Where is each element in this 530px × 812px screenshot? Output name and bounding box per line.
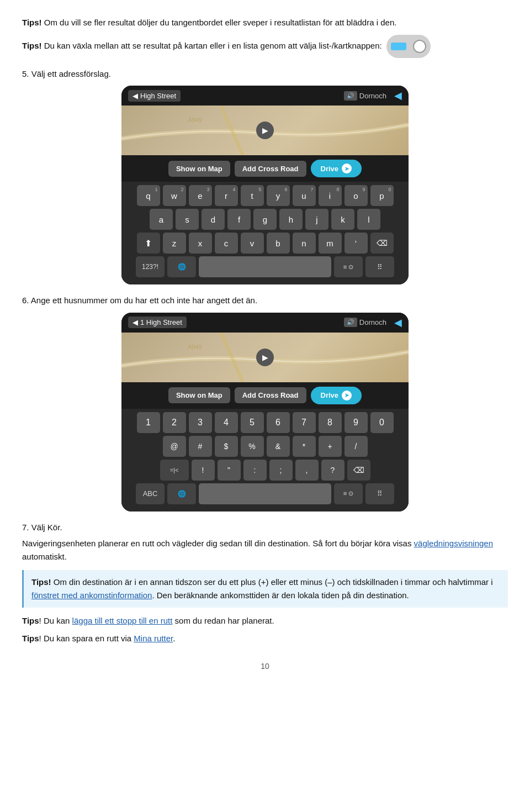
tip1-block: Tips! Om du vill se fler resultat döljer… [22, 17, 508, 29]
key-hash[interactable]: # [189, 436, 212, 457]
key-at[interactable]: @ [163, 436, 186, 457]
section6-text: Ange ett husnummer om du har ett och int… [31, 296, 257, 305]
key-e[interactable]: e3 [189, 185, 212, 206]
key-globe2[interactable]: 🌐 [167, 483, 196, 504]
dest-name2: Dornoch [359, 318, 386, 326]
drive-button1[interactable]: Drive ➤ [311, 160, 362, 177]
key-q[interactable]: q1 [137, 185, 160, 206]
key-m[interactable]: m [319, 233, 342, 254]
key-6[interactable]: 6 [267, 412, 290, 433]
add-cross-road-button2[interactable]: Add Cross Road [235, 387, 306, 403]
key-b[interactable]: b [267, 233, 290, 254]
section6-number: 6. [22, 296, 29, 305]
my-routes-link[interactable]: Mina rutter [134, 634, 173, 643]
add-stop-link[interactable]: lägga till ett stopp till en rutt [72, 616, 173, 625]
key-d[interactable]: d [202, 209, 225, 230]
key-s[interactable]: s [176, 209, 199, 230]
wayfinding-link[interactable]: vägledningsvisningen [414, 539, 493, 548]
key-5[interactable]: 5 [241, 412, 264, 433]
key-3[interactable]: 3 [189, 412, 212, 433]
key-quote[interactable]: " [218, 460, 241, 481]
key-colon[interactable]: : [243, 460, 267, 481]
key-grid[interactable]: ⠿ [365, 256, 394, 277]
tip3-bold: Tips! [31, 577, 51, 587]
key-a[interactable]: a [150, 209, 173, 230]
key-o[interactable]: o9 [344, 185, 368, 206]
key-v[interactable]: v [241, 233, 264, 254]
tip4-bold: Tips [22, 616, 39, 625]
dest-name: Dornoch [359, 92, 386, 100]
key-w[interactable]: w2 [163, 185, 186, 206]
play-button[interactable]: ▶ [256, 122, 274, 139]
key-slash[interactable]: / [344, 436, 368, 457]
key-amp[interactable]: & [267, 436, 290, 457]
key-t[interactable]: t5 [241, 185, 264, 206]
space-key2[interactable] [199, 483, 331, 504]
key-u[interactable]: u7 [293, 185, 316, 206]
key-star[interactable]: * [293, 436, 316, 457]
key-grid2[interactable]: ⠿ [365, 483, 394, 504]
key-0[interactable]: 0 [370, 412, 394, 433]
gps-icon: ◀ [394, 89, 402, 102]
key-j[interactable]: j [305, 209, 328, 230]
key-plus[interactable]: + [319, 436, 342, 457]
key-i[interactable]: i8 [319, 185, 342, 206]
delete-key2[interactable]: ⌫ [347, 460, 370, 481]
dest-icon: 🔊 [344, 91, 357, 101]
tip5-block: Tips! Du kan spara en rutt via Mina rutt… [22, 632, 508, 645]
key-percent[interactable]: % [241, 436, 264, 457]
key-4[interactable]: 4 [215, 412, 238, 433]
key-1[interactable]: 1 [137, 412, 160, 433]
arrival-window-link[interactable]: fönstret med ankomstinformation [31, 590, 152, 600]
drive-button2[interactable]: Drive ➤ [311, 387, 362, 404]
svg-text:A949: A949 [188, 344, 202, 350]
key-excl[interactable]: ! [192, 460, 215, 481]
key-8[interactable]: 8 [319, 412, 342, 433]
key-list-toggle[interactable]: ≡ ⊙ [334, 256, 363, 277]
num-keyboard-row3: =|< ! " : ; , ? ⌫ [125, 460, 405, 481]
key-semi[interactable]: ; [269, 460, 293, 481]
key-l[interactable]: l [357, 209, 380, 230]
key-g[interactable]: g [253, 209, 277, 230]
key-h[interactable]: h [279, 209, 303, 230]
space-key[interactable] [199, 256, 331, 277]
tip3-text2: . Den beräknande ankomsttiden är den lok… [152, 590, 409, 600]
key-abc[interactable]: ABC [136, 483, 165, 504]
key-x[interactable]: x [189, 233, 212, 254]
key-dollar[interactable]: $ [215, 436, 238, 457]
section7-label: 7. Välj Kör. [22, 521, 508, 534]
key-7[interactable]: 7 [293, 412, 316, 433]
key-z[interactable]: z [163, 233, 186, 254]
key-list-toggle2[interactable]: ≡ ⊙ [334, 483, 363, 504]
play-button2[interactable]: ▶ [256, 349, 274, 366]
delete-key[interactable]: ⌫ [370, 233, 394, 254]
key-globe[interactable]: 🌐 [167, 256, 196, 277]
screenshot1-actionbar: Show on Map Add Cross Road Drive ➤ [121, 155, 409, 182]
key-123[interactable]: 123?! [136, 256, 165, 277]
key-r[interactable]: r4 [215, 185, 238, 206]
key-eqlt[interactable]: =|< [160, 460, 189, 481]
key-c[interactable]: c [215, 233, 238, 254]
key-y[interactable]: y6 [267, 185, 290, 206]
key-k[interactable]: k [331, 209, 354, 230]
add-cross-road-button1[interactable]: Add Cross Road [235, 161, 306, 177]
tip1-bold: Tips! [22, 18, 42, 27]
key-2[interactable]: 2 [163, 412, 186, 433]
tip5-text: ! Du kan spara en rutt via [39, 634, 134, 643]
screenshot2-keyboard: 1 2 3 4 5 6 7 8 9 0 @ # $ % & * + / =|< … [121, 409, 409, 512]
key-n[interactable]: n [293, 233, 316, 254]
key-question[interactable]: ? [321, 460, 344, 481]
svg-text:A949: A949 [188, 117, 202, 123]
tip3-text: Om din destination är i en annan tidszon… [51, 577, 493, 587]
key-p[interactable]: p0 [370, 185, 394, 206]
key-f[interactable]: f [227, 209, 251, 230]
tip4-text2: som du redan har planerat. [172, 616, 274, 625]
show-on-map-button1[interactable]: Show on Map [168, 161, 230, 177]
key-9[interactable]: 9 [344, 412, 368, 433]
key-comma[interactable]: , [295, 460, 319, 481]
show-on-map-button2[interactable]: Show on Map [168, 387, 230, 403]
list-icon-inner [391, 43, 406, 50]
tip3-block: Tips! Om din destination är i en annan t… [22, 570, 508, 608]
key-apostrophe[interactable]: ' [344, 233, 368, 254]
shift-key[interactable]: ⬆ [137, 233, 160, 254]
